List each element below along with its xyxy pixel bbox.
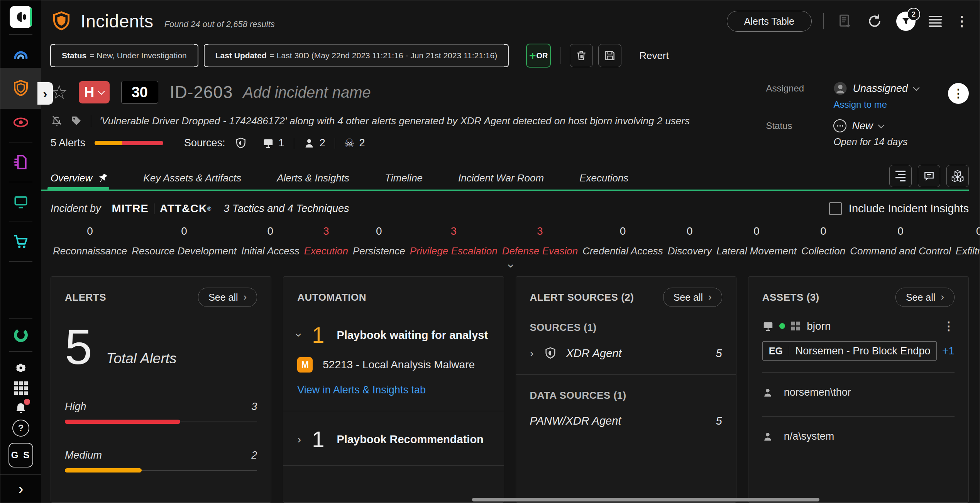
tag-icon[interactable] (71, 115, 82, 127)
trash-icon (575, 49, 587, 62)
tab-bar: Overview Key Assets & Artifacts Alerts &… (51, 165, 969, 191)
tactic-resource-development[interactable]: 0Resource Development (129, 225, 239, 257)
tactic-exfiltration[interactable]: 0Exfiltration (953, 225, 980, 257)
document-icon (12, 154, 29, 171)
sidebar-item-reports[interactable] (0, 149, 41, 176)
sidebar-item-monitoring[interactable] (0, 41, 41, 68)
tactic-discovery[interactable]: 0Discovery (665, 225, 714, 257)
incident-name-input[interactable]: Add incident name (243, 84, 371, 101)
muted-bell-icon[interactable] (51, 115, 63, 127)
tactic-reconnaissance[interactable]: 0Reconnaissance (51, 225, 129, 257)
tactic-initial-access[interactable]: 0Initial Access (239, 225, 302, 257)
notes-view-button[interactable] (889, 165, 912, 187)
source-name: XDR Agent (566, 347, 622, 360)
help-button[interactable]: ? (0, 418, 41, 438)
comments-button[interactable] (918, 165, 940, 187)
or-label: OR (536, 51, 548, 60)
playbook-row[interactable]: M 52213 - Local Analysis Malware (297, 357, 489, 373)
host-actions-button[interactable]: ⋮ (943, 319, 955, 333)
sidebar-item-endpoints[interactable] (0, 188, 41, 215)
sidebar-flyout-tab[interactable]: › (37, 82, 53, 105)
tab-underline (41, 190, 969, 191)
sidebar-divider (9, 351, 32, 352)
cortex-logo[interactable] (10, 6, 32, 28)
tactic-credential-access[interactable]: 0Credential Access (580, 225, 665, 257)
delete-filter-button[interactable] (570, 44, 593, 67)
add-or-filter-button[interactable]: + OR (526, 44, 551, 68)
export-report-button[interactable] (837, 13, 853, 29)
alert-sources-see-all-button[interactable]: See all › (663, 288, 722, 307)
app-window: ? G S › › Incidents Found 24 out of 2,65… (0, 0, 980, 503)
host-row[interactable]: bjorn ⋮ (762, 319, 955, 333)
sidebar-divider (9, 182, 32, 182)
tactic-command-and-control[interactable]: 0Command and Control (848, 225, 953, 257)
filter-pill-last-updated[interactable]: Last Updated = Last 30D (May 22nd 2023 1… (204, 44, 508, 67)
user-avatar[interactable]: G S (8, 443, 33, 467)
include-insights-checkbox[interactable] (829, 202, 842, 215)
automation-card-title: AUTOMATION (297, 291, 366, 303)
arc-icon (12, 46, 29, 63)
sidebar-item-marketplace[interactable] (0, 228, 41, 255)
tactic-collection[interactable]: 0Collection (799, 225, 848, 257)
user-icon (762, 387, 773, 398)
sources-label: Sources: (184, 137, 225, 149)
tactic-persistence[interactable]: 0Persistence (350, 225, 408, 257)
assignee-dropdown[interactable]: Unassigned (833, 81, 919, 95)
chevron-right-icon: › (530, 350, 534, 357)
horizontal-scrollbar[interactable] (472, 498, 819, 501)
tactic-privilege-escalation[interactable]: 3Privilege Escalation (408, 225, 500, 257)
star-icon[interactable]: ☆ (51, 83, 68, 102)
incident-actions-button[interactable]: ⋮ (948, 83, 969, 104)
alerts-see-all-button[interactable]: See all › (198, 288, 257, 307)
refresh-button[interactable] (866, 13, 883, 30)
settings-button[interactable] (0, 358, 41, 378)
tab-key-assets[interactable]: Key Assets & Artifacts (143, 165, 241, 191)
data-source-row[interactable]: PANW/XDR Agent 5 (530, 415, 722, 427)
status-dropdown[interactable]: New (833, 119, 919, 132)
sidebar-expand-button[interactable]: › (0, 474, 41, 503)
user-row[interactable]: n/a\system (762, 430, 955, 442)
tab-overview[interactable]: Overview (51, 165, 108, 191)
sidebar-item-incidents[interactable] (0, 68, 41, 109)
assets-see-all-button[interactable]: See all › (895, 288, 955, 307)
menu-button[interactable] (929, 16, 942, 27)
tactic-lateral-movement[interactable]: 0Lateral Movement (714, 225, 799, 257)
tab-alerts-insights[interactable]: Alerts & Insights (277, 165, 349, 191)
export-report-icon (837, 13, 853, 29)
save-icon (604, 49, 616, 62)
alerts-table-button[interactable]: Alerts Table (727, 11, 812, 32)
more-groups-link[interactable]: +1 (942, 345, 955, 357)
more-options-button[interactable]: ⋮ (955, 14, 969, 28)
tactic-defense-evasion[interactable]: 3Defense Evasion (500, 225, 581, 257)
apps-button[interactable] (0, 378, 41, 398)
sidebar: ? G S › (0, 0, 41, 503)
tab-executions[interactable]: Executions (579, 165, 628, 191)
filter-button[interactable]: 2 (896, 12, 916, 31)
assign-to-me-link[interactable]: Assign to me (833, 99, 919, 110)
notifications-button[interactable] (0, 398, 41, 418)
tab-war-room[interactable]: Incident War Room (458, 165, 544, 191)
blocks-button[interactable] (946, 165, 969, 187)
user-row[interactable]: norsemen\thor (762, 386, 955, 398)
assigned-value: Unassigned (853, 83, 908, 95)
save-filter-button[interactable] (598, 44, 621, 67)
endpoint-group-row: EG Norsemen - Pro Block Endpoin... +1 (762, 341, 955, 361)
view-alerts-insights-link[interactable]: View in Alerts & Insights tab (297, 384, 489, 396)
filter-pill-status[interactable]: Status = New, Under Investigation (51, 44, 198, 67)
revert-button[interactable]: Revert (639, 50, 669, 62)
severity-badge[interactable]: H (79, 81, 110, 103)
incidents-shield-icon (51, 10, 72, 32)
sidebar-item-investigation[interactable] (0, 109, 41, 136)
users-count: 2 (320, 137, 325, 149)
tab-timeline[interactable]: Timeline (385, 165, 423, 191)
sidebar-item-prisma[interactable] (0, 325, 41, 345)
automation-item-waiting[interactable]: › 1 Playbook waiting for analyst (297, 324, 489, 346)
source-row-xdr-agent[interactable]: › XDR Agent 5 (530, 347, 722, 360)
total-alerts-value: 5 (65, 326, 92, 368)
automation-item-recommendation[interactable]: › 1 Playbook Recommendation (297, 428, 489, 450)
status-duration: Open for 14 days (833, 136, 919, 147)
collapse-tactics-button[interactable]: › (51, 261, 969, 271)
cortex-logo-icon (14, 10, 28, 24)
endpoint-group-tag[interactable]: EG Norsemen - Pro Block Endpoin... (762, 341, 937, 361)
tactic-execution[interactable]: 3Execution (302, 225, 350, 257)
